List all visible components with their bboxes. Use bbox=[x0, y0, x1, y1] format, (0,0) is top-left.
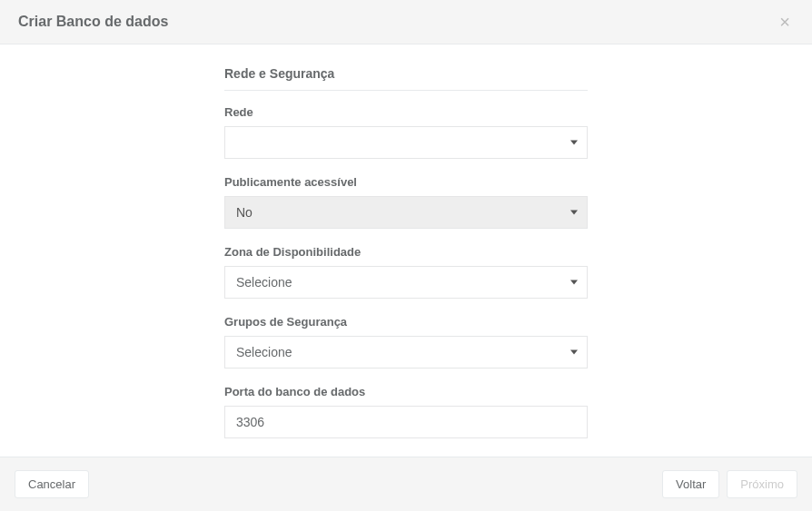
publicly-accessible-select[interactable]: No bbox=[224, 196, 588, 229]
back-button[interactable]: Voltar bbox=[662, 470, 719, 498]
db-port-label: Porta do banco de dados bbox=[224, 385, 588, 398]
modal-title: Criar Banco de dados bbox=[18, 14, 168, 30]
field-security-groups: Grupos de Segurança Selecione bbox=[224, 315, 588, 369]
publicly-accessible-label: Publicamente acessível bbox=[224, 175, 588, 189]
field-availability-zone: Zona de Disponibilidade Selecione bbox=[224, 245, 588, 299]
next-button[interactable]: Próximo bbox=[727, 470, 797, 498]
field-network: Rede bbox=[224, 105, 588, 159]
caret-down-icon bbox=[570, 350, 578, 355]
modal-footer: Cancelar Voltar Próximo bbox=[0, 457, 812, 511]
db-port-input[interactable] bbox=[224, 406, 588, 438]
section-title: Rede e Segurança bbox=[224, 66, 588, 91]
footer-right: Voltar Próximo bbox=[662, 470, 797, 498]
caret-down-icon bbox=[570, 280, 578, 285]
close-button[interactable]: × bbox=[776, 13, 794, 31]
field-db-port: Porta do banco de dados bbox=[224, 385, 588, 438]
cancel-button[interactable]: Cancelar bbox=[15, 470, 89, 498]
caret-down-icon bbox=[570, 141, 578, 145]
close-icon: × bbox=[779, 12, 790, 32]
security-groups-label: Grupos de Segurança bbox=[224, 315, 588, 329]
footer-left: Cancelar bbox=[15, 470, 89, 498]
network-label: Rede bbox=[224, 105, 588, 119]
field-publicly-accessible: Publicamente acessível No bbox=[224, 175, 588, 229]
modal-body: Rede e Segurança Rede Publicamente acess… bbox=[0, 44, 812, 451]
caret-down-icon bbox=[570, 211, 578, 215]
form-container: Rede e Segurança Rede Publicamente acess… bbox=[224, 66, 588, 438]
availability-zone-label: Zona de Disponibilidade bbox=[224, 245, 588, 259]
security-groups-value: Selecione bbox=[236, 345, 292, 359]
publicly-accessible-value: No bbox=[236, 205, 253, 220]
availability-zone-value: Selecione bbox=[236, 275, 292, 290]
security-groups-select[interactable]: Selecione bbox=[224, 336, 588, 369]
network-select[interactable] bbox=[224, 126, 588, 159]
availability-zone-select[interactable]: Selecione bbox=[224, 266, 588, 299]
modal-header: Criar Banco de dados × bbox=[0, 0, 812, 44]
